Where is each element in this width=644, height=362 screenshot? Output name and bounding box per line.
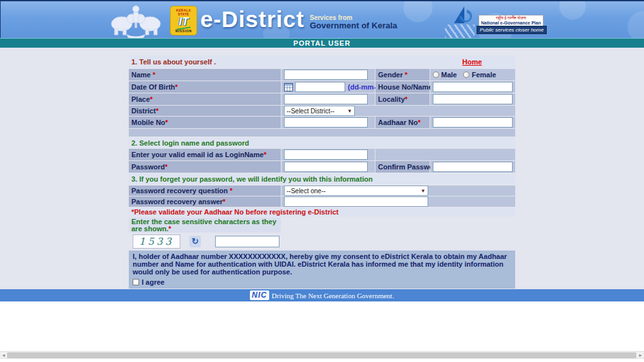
home-link[interactable]: Home — [462, 58, 482, 66]
gender-field-cell: Male Female — [430, 69, 515, 81]
email-field-cell — [281, 149, 375, 160]
district-label: District — [131, 107, 156, 115]
name-label-cell: Name* — [129, 69, 281, 81]
chevron-down-icon: ▼ — [421, 188, 426, 194]
house-input[interactable] — [433, 82, 513, 92]
captcha-row: 1533 ↻ — [129, 234, 515, 249]
mobile-label-cell: Mobile No* — [129, 117, 281, 128]
required-marker: * — [223, 198, 225, 205]
captcha-input[interactable] — [215, 236, 279, 247]
email-input[interactable] — [284, 149, 368, 160]
scroll-right-arrow-icon[interactable]: ► — [637, 352, 644, 359]
house-label-cell: House No/Name* — [375, 81, 430, 93]
footer-bar: NIC Driving The Next Generation Governme… — [0, 289, 644, 301]
it-logo-top-text: KERALA STATE — [171, 6, 196, 16]
mobile-input[interactable] — [284, 117, 368, 128]
section3-title: 3. If you forget your password, we will … — [131, 175, 373, 183]
confirm-password-input[interactable] — [433, 162, 513, 172]
place-label: Place — [131, 95, 150, 103]
required-marker: * — [405, 71, 408, 79]
kerala-government-emblem-icon — [104, 3, 168, 41]
gender-male-label: Male — [441, 71, 457, 79]
recovery-question-field-cell: --Select one-- ▼ — [281, 186, 515, 196]
locality-label: Locality — [378, 95, 405, 103]
recovery-answer-field-cell — [281, 196, 515, 207]
kerala-it-mission-logo: KERALA STATE IT MISSION — [170, 6, 197, 35]
dob-field-cell: (dd-mm-yyyy) — [281, 81, 375, 93]
portal-user-bar: PORTAL USER — [0, 38, 644, 48]
gender-male-radio[interactable] — [433, 71, 439, 78]
spacer-row — [129, 129, 515, 137]
nic-logo: NIC — [250, 291, 269, 300]
email-label: Enter your valid email id as LoginName — [131, 151, 263, 158]
email-label-cell: Enter your valid email id as LoginName* — [129, 149, 281, 160]
password-label: Password — [131, 163, 165, 171]
gender-female-label: Female — [471, 71, 496, 79]
required-marker: * — [165, 163, 167, 171]
scrollbar-thumb[interactable] — [7, 352, 636, 358]
horizontal-scrollbar[interactable]: ◄ ► — [0, 351, 644, 359]
place-field-cell — [281, 93, 375, 105]
mobile-label: Mobile No — [131, 119, 166, 126]
captcha-instruction: Enter the case sensitive characters as t… — [129, 218, 281, 233]
gender-label-cell: Gender* — [375, 69, 430, 81]
required-marker: * — [156, 107, 158, 115]
required-marker: * — [153, 71, 155, 79]
required-marker: * — [175, 83, 178, 91]
section3-header: 3. If you forget your password, we will … — [129, 174, 515, 184]
government-of-kerala-text: Government of Kerala — [310, 22, 397, 30]
captcha-refresh-button[interactable]: ↻ — [189, 236, 201, 247]
district-select[interactable]: --Select District-- ▼ — [284, 106, 355, 116]
refresh-icon: ↻ — [192, 236, 199, 246]
aadhaar-label-cell: Aadhaar No* — [375, 117, 430, 128]
district-select-value: --Select District-- — [287, 108, 334, 115]
agree-checkbox[interactable] — [133, 279, 139, 285]
section2-header: 2. Select login name and password — [129, 138, 515, 148]
recovery-question-select[interactable]: --Select one-- ▼ — [284, 186, 428, 196]
confirm-field-cell — [430, 161, 515, 173]
required-marker: * — [230, 187, 232, 195]
name-input[interactable] — [284, 70, 368, 80]
calendar-icon[interactable] — [284, 83, 293, 91]
bottom-whitespace — [0, 301, 644, 351]
dob-label-cell: Date Of Birth* — [129, 81, 281, 93]
house-label: House No/Name — [378, 83, 432, 91]
footer-tagline: Driving The Next Generation Government. — [272, 292, 394, 300]
password-input[interactable] — [284, 162, 368, 172]
aadhaar-input[interactable] — [433, 117, 513, 128]
consent-text: I, holder of Aadhaar number XXXXXXXXXXXX… — [133, 252, 511, 276]
agree-label: I agree — [142, 278, 164, 286]
negp-english-text: National e-Governance Plan — [481, 21, 541, 26]
edistrict-registration-page: KERALA STATE IT MISSION e-District Servi… — [0, 0, 644, 362]
captcha-characters: 1533 — [139, 236, 174, 247]
required-marker: * — [166, 119, 168, 126]
place-label-cell: Place* — [129, 93, 281, 105]
recovery-answer-label-cell: Password recovery answer* — [129, 196, 281, 207]
name-label: Name — [131, 71, 151, 79]
negp-logo-icon — [451, 5, 473, 28]
negp-tagline: Public services closer home — [477, 26, 547, 34]
captcha-image: 1533 — [133, 234, 180, 249]
email-empty-cell — [375, 149, 515, 160]
registration-form: 1. Tell us about yourself . Home Name* G… — [129, 55, 515, 305]
house-field-cell — [430, 81, 515, 93]
scroll-left-arrow-icon[interactable]: ◄ — [0, 352, 7, 359]
place-input[interactable] — [284, 94, 368, 104]
recovery-answer-label: Password recovery answer — [131, 198, 223, 205]
it-logo-bottom-text: MISSION — [171, 29, 196, 33]
recovery-question-select-value: --Select one-- — [287, 187, 326, 195]
aadhaar-label: Aadhaar No — [378, 119, 418, 126]
gender-female-radio[interactable] — [463, 71, 469, 78]
required-marker: * — [168, 225, 171, 233]
main-content: 1. Tell us about yourself . Home Name* G… — [0, 48, 644, 289]
locality-label-cell: Locality* — [375, 93, 430, 105]
recovery-question-label-cell: Password recovery question* — [129, 186, 281, 196]
locality-input[interactable] — [433, 94, 513, 104]
captcha-instruction-text: Enter the case sensitive characters as t… — [131, 218, 276, 233]
mobile-field-cell — [281, 117, 375, 128]
name-field-cell — [281, 69, 375, 81]
dob-input[interactable] — [295, 82, 345, 92]
section2-title: 2. Select login name and password — [131, 139, 249, 147]
recovery-answer-input[interactable] — [284, 196, 428, 207]
required-marker: * — [263, 151, 266, 158]
